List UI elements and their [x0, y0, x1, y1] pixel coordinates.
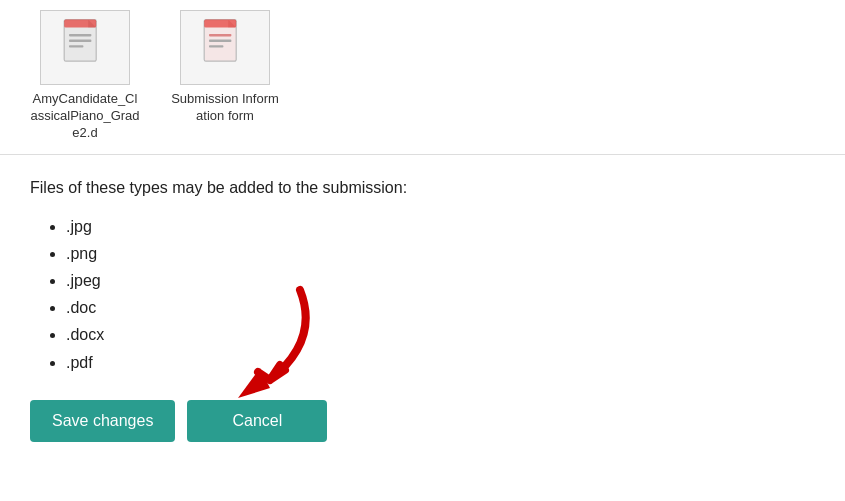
- file-type-jpeg: .jpeg: [66, 267, 815, 294]
- file-type-docx: .docx: [66, 321, 815, 348]
- svg-rect-3: [69, 39, 91, 41]
- file-name-1: AmyCandidate_ClassicalPiano_Grade2.d: [30, 91, 140, 142]
- file-type-doc: .doc: [66, 294, 815, 321]
- file-types-list: .jpg .png .jpeg .doc .docx .pdf: [30, 213, 815, 376]
- page-container: AmyCandidate_ClassicalPiano_Grade2.d Sub…: [0, 0, 845, 501]
- file-name-2: Submission Information form: [170, 91, 280, 125]
- files-area: AmyCandidate_ClassicalPiano_Grade2.d Sub…: [0, 0, 845, 155]
- save-changes-button[interactable]: Save changes: [30, 400, 175, 442]
- content-area: Files of these types may be added to the…: [0, 155, 845, 462]
- svg-rect-8: [209, 34, 231, 36]
- file-type-jpg: .jpg: [66, 213, 815, 240]
- file-item-1: AmyCandidate_ClassicalPiano_Grade2.d: [30, 10, 140, 142]
- file-type-png: .png: [66, 240, 815, 267]
- svg-rect-2: [69, 34, 91, 36]
- svg-rect-4: [69, 45, 83, 47]
- svg-rect-9: [209, 39, 231, 41]
- file-thumbnail-2: [180, 10, 270, 85]
- file-type-pdf: .pdf: [66, 349, 815, 376]
- cancel-button[interactable]: Cancel: [187, 400, 327, 442]
- svg-rect-11: [204, 19, 236, 27]
- svg-rect-5: [64, 19, 96, 27]
- file-thumbnail-1: [40, 10, 130, 85]
- file-item-2: Submission Information form: [170, 10, 280, 125]
- buttons-area: Save changes Cancel: [30, 400, 815, 442]
- svg-rect-10: [209, 45, 223, 47]
- files-description: Files of these types may be added to the…: [30, 179, 815, 197]
